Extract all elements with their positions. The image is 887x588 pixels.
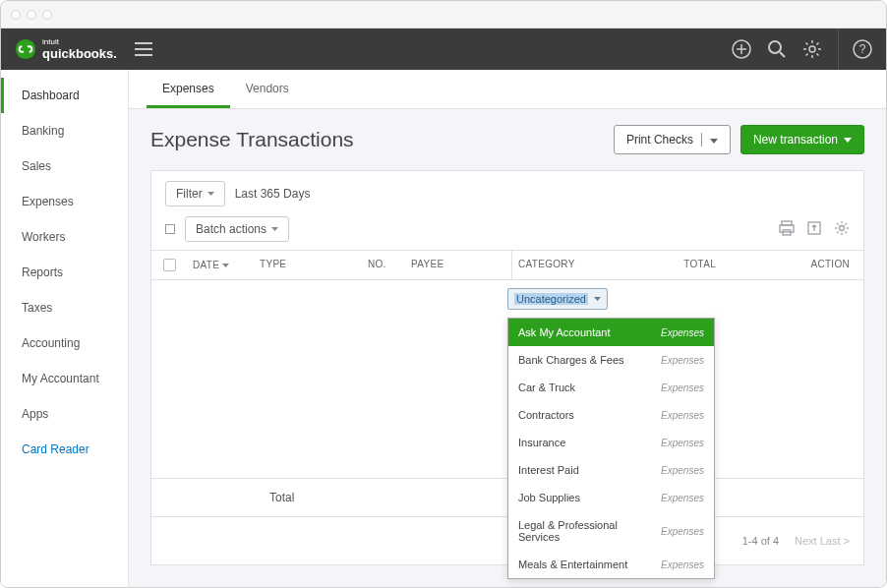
option-name: Contractors — [518, 409, 574, 421]
hamburger-menu-icon[interactable] — [135, 42, 152, 56]
column-action: ACTION — [722, 251, 863, 279]
svg-rect-7 — [780, 225, 794, 232]
sidebar-item-dashboard[interactable]: Dashboard — [1, 78, 128, 113]
sidebar-item-expenses[interactable]: Expenses — [1, 184, 128, 219]
option-type: Expenses — [661, 438, 704, 448]
sidebar-item-reports[interactable]: Reports — [1, 255, 128, 290]
gear-icon[interactable] — [802, 39, 822, 59]
total-label: Total — [151, 491, 405, 504]
help-icon[interactable]: ? — [853, 39, 872, 59]
maximize-window-icon[interactable] — [42, 10, 52, 20]
column-payee[interactable]: PAYEE — [405, 251, 511, 279]
category-option-car-truck[interactable]: Car & Truck Expenses — [508, 374, 714, 401]
transactions-panel: Filter Last 365 Days Batch actions — [150, 170, 864, 565]
svg-point-3 — [809, 46, 815, 52]
qb-swirl-icon — [15, 38, 36, 60]
export-icon[interactable] — [806, 220, 822, 239]
option-type: Expenses — [661, 382, 704, 393]
option-type: Expenses — [661, 559, 704, 570]
sidebar-item-accounting[interactable]: Accounting — [1, 325, 128, 361]
tab-expenses[interactable]: Expenses — [147, 72, 230, 108]
column-date[interactable]: DATE — [187, 251, 254, 279]
option-type: Expenses — [661, 410, 704, 421]
chevron-down-icon — [844, 138, 852, 143]
svg-point-2 — [769, 41, 781, 53]
svg-text:?: ? — [859, 42, 866, 56]
batch-actions-label: Batch actions — [196, 222, 266, 236]
option-name: Interest Paid — [518, 464, 579, 476]
chevron-down-icon — [271, 227, 278, 231]
sort-desc-icon — [222, 264, 229, 267]
category-option-insurance[interactable]: Insurance Expenses — [508, 429, 714, 456]
date-range-label: Last 365 Days — [235, 187, 311, 201]
close-window-icon[interactable] — [11, 10, 21, 20]
column-type[interactable]: TYPE — [254, 251, 362, 279]
filter-label: Filter — [176, 187, 203, 201]
svg-point-10 — [840, 225, 845, 230]
sidebar-item-banking[interactable]: Banking — [1, 113, 128, 148]
print-checks-split-icon[interactable] — [701, 133, 718, 147]
table-header: DATE TYPE NO. PAYEE CATEGORY TOTAL ACTIO… — [151, 250, 863, 280]
sidebar-item-apps[interactable]: Apps — [1, 396, 128, 432]
category-option-interest-paid[interactable]: Interest Paid Expenses — [508, 456, 714, 484]
table-body: Uncategorized Ask My Accountant Expenses… — [151, 280, 863, 478]
category-option-legal-professional[interactable]: Legal & Professional Services Expenses — [508, 511, 714, 551]
add-icon[interactable] — [732, 39, 751, 59]
option-name: Insurance — [518, 437, 565, 448]
application-window: intuit quickbooks. ? — [0, 0, 887, 588]
category-option-bank-charges[interactable]: Bank Charges & Fees Expenses — [508, 346, 714, 374]
pagination-next[interactable]: Next Last > — [795, 535, 850, 547]
search-icon[interactable] — [767, 39, 787, 59]
print-checks-label: Print Checks — [626, 133, 693, 147]
column-total[interactable]: TOTAL — [616, 251, 722, 279]
option-name: Car & Truck — [518, 382, 575, 393]
column-no[interactable]: NO. — [362, 251, 405, 279]
option-type: Expenses — [661, 493, 704, 503]
option-name: Legal & Professional Services — [518, 519, 661, 543]
sidebar-item-taxes[interactable]: Taxes — [1, 290, 128, 325]
sidebar: Dashboard Banking Sales Expenses Workers… — [1, 70, 129, 587]
category-option-contractors[interactable]: Contractors Expenses — [508, 401, 714, 429]
sidebar-item-workers[interactable]: Workers — [1, 219, 128, 255]
settings-icon[interactable] — [834, 220, 850, 239]
window-controls — [11, 10, 52, 20]
sidebar-item-sales[interactable]: Sales — [1, 148, 128, 184]
filter-button[interactable]: Filter — [165, 181, 225, 206]
subtabs: Expenses Vendors — [129, 70, 886, 109]
option-name: Bank Charges & Fees — [518, 354, 624, 366]
category-option-job-supplies[interactable]: Job Supplies Expenses — [508, 484, 714, 511]
topbar: intuit quickbooks. ? — [1, 29, 886, 70]
sidebar-item-card-reader[interactable]: Card Reader — [1, 432, 128, 467]
option-type: Expenses — [661, 465, 704, 476]
option-type: Expenses — [661, 327, 704, 338]
quickbooks-logo: intuit quickbooks. — [15, 38, 117, 61]
chevron-down-icon — [207, 192, 214, 196]
print-icon[interactable] — [779, 220, 795, 239]
quickbooks-label: quickbooks. — [42, 46, 117, 61]
print-checks-button[interactable]: Print Checks — [614, 125, 731, 154]
page-title: Expense Transactions — [150, 128, 354, 151]
minimize-window-icon[interactable] — [27, 10, 36, 20]
option-name: Job Supplies — [518, 492, 580, 503]
batch-actions-button[interactable]: Batch actions — [185, 216, 289, 242]
category-dropdown: Ask My Accountant Expenses Bank Charges … — [507, 318, 715, 579]
category-option-ask-my-accountant[interactable]: Ask My Accountant Expenses — [508, 319, 714, 346]
pagination-range: 1-4 of 4 — [742, 535, 779, 547]
window-titlebar — [1, 1, 886, 29]
option-type: Expenses — [661, 526, 704, 537]
option-name: Meals & Entertainment — [518, 559, 627, 570]
option-type: Expenses — [661, 355, 704, 366]
category-selected-value: Uncategorized — [514, 293, 588, 305]
category-select[interactable]: Uncategorized — [507, 288, 608, 310]
intuit-label: intuit — [42, 38, 117, 46]
new-transaction-button[interactable]: New transaction — [740, 125, 864, 154]
new-transaction-label: New transaction — [753, 133, 838, 147]
select-indicator — [165, 224, 175, 234]
option-name: Ask My Accountant — [518, 326, 611, 338]
select-all-checkbox[interactable] — [163, 259, 176, 271]
column-category[interactable]: CATEGORY — [511, 251, 616, 279]
sidebar-item-my-accountant[interactable]: My Accountant — [1, 361, 128, 396]
tab-vendors[interactable]: Vendors — [230, 72, 305, 108]
category-option-meals-entertainment[interactable]: Meals & Entertainment Expenses — [508, 551, 714, 578]
chevron-down-icon — [594, 297, 601, 301]
